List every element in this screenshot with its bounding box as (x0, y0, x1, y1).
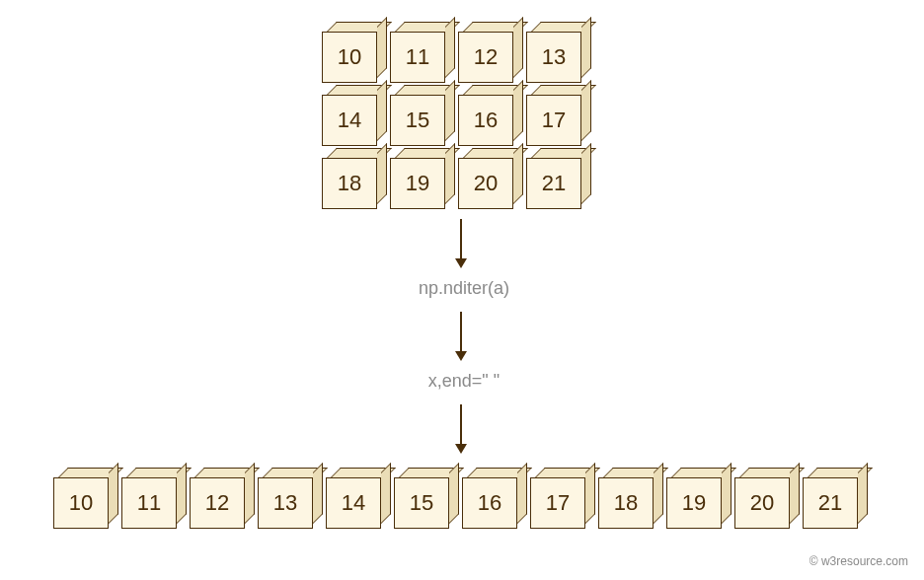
grid-cell-value: 14 (322, 95, 377, 146)
grid-cell-value: 21 (526, 158, 581, 209)
flat-cell-value: 13 (258, 477, 313, 529)
flat-cell-value: 12 (190, 477, 245, 529)
flat-cell-value: 18 (598, 477, 654, 529)
flat-cell-value: 17 (530, 477, 585, 529)
grid-cell-value: 19 (390, 158, 445, 209)
grid-cell-value: 16 (458, 95, 513, 146)
arrow-icon (460, 219, 462, 260)
step-label: np.nditer(a) (375, 278, 553, 299)
flat-cell-value: 16 (462, 477, 517, 529)
flat-cell-value: 19 (666, 477, 722, 529)
arrow-icon (460, 312, 462, 353)
grid-cell-value: 10 (322, 32, 377, 83)
grid-cell-value: 11 (390, 32, 445, 83)
flat-cell-value: 21 (803, 477, 858, 529)
diagram-stage: 10 11 12 13 14 15 16 17 (0, 0, 924, 580)
flat-cell-value: 11 (121, 477, 177, 529)
flat-cell-value: 10 (53, 477, 109, 529)
flat-cell-value: 14 (326, 477, 381, 529)
grid-cell-value: 15 (390, 95, 445, 146)
grid-cell-value: 18 (322, 158, 377, 209)
attribution-text: © w3resource.com (809, 554, 908, 568)
step-label: x,end=" " (375, 371, 553, 392)
grid-cell-value: 17 (526, 95, 581, 146)
grid-cell-value: 13 (526, 32, 581, 83)
flat-cell-value: 20 (734, 477, 790, 529)
arrow-icon (460, 404, 462, 446)
flat-cell-value: 15 (394, 477, 449, 529)
grid-cell-value: 12 (458, 32, 513, 83)
grid-cell-value: 20 (458, 158, 513, 209)
